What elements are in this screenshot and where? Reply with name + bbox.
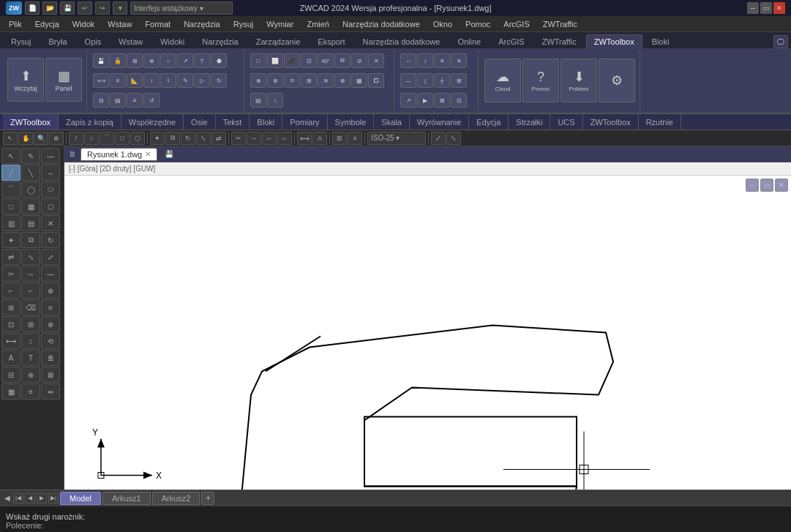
toolbar-btn-props[interactable]: ≡: [348, 132, 362, 145]
menu-wymiar[interactable]: Wymiar: [260, 18, 299, 30]
section-tekst[interactable]: Tekst: [216, 114, 250, 130]
quick-access-open[interactable]: 📂: [42, 1, 57, 15]
toolbar-btn-circle[interactable]: ○: [84, 132, 99, 145]
toolbar-btn-rotate[interactable]: ↻: [181, 132, 195, 145]
toolbar-btn-rect[interactable]: □: [115, 132, 130, 145]
nav-next[interactable]: ▶: [37, 493, 47, 503]
btn-g12[interactable]: ⊞: [301, 73, 317, 88]
tool-text2[interactable]: T: [21, 350, 40, 366]
tool-circle[interactable]: ◯: [21, 181, 40, 198]
tool-props[interactable]: ≡: [21, 383, 40, 400]
canvas-tab-active[interactable]: Rysunek 1.dwg ✕: [80, 148, 157, 161]
btn-h9[interactable]: ↗: [400, 93, 416, 108]
tool-line[interactable]: ╱: [1, 165, 20, 181]
canvas-tab-save[interactable]: 💾: [165, 150, 173, 158]
tool-trim[interactable]: ✂: [1, 266, 20, 282]
tool-polygon[interactable]: ⬡: [41, 198, 60, 214]
section-ucs[interactable]: UCS: [550, 114, 582, 130]
toolbar-btn-move[interactable]: ✦: [150, 132, 165, 145]
tab-add[interactable]: +: [201, 492, 214, 505]
menu-narzedzia[interactable]: Narzędzia: [178, 18, 226, 30]
quick-access-redo[interactable]: ↪: [95, 1, 110, 15]
btn-settings[interactable]: ⚙: [599, 59, 635, 102]
tool-rect[interactable]: □: [1, 198, 20, 214]
tool-attr[interactable]: ≣: [41, 350, 60, 366]
tool-dim[interactable]: ⟷: [1, 333, 20, 349]
quick-access-undo[interactable]: ↩: [78, 1, 92, 15]
btn-wczytaj[interactable]: ⬆ Wczytaj: [7, 58, 44, 102]
tool-join[interactable]: ⊕: [41, 282, 60, 299]
btn-t15[interactable]: ▷: [194, 73, 210, 88]
tool-block[interactable]: ⊟: [1, 367, 20, 383]
tool-hatch[interactable]: ▥: [1, 215, 20, 231]
tab-opis[interactable]: Opis: [77, 34, 110, 48]
section-pomiary[interactable]: Pomiary: [282, 114, 327, 130]
btn-t5[interactable]: ○: [160, 53, 176, 68]
section-zwtoolbox[interactable]: ZWToolbox: [3, 114, 59, 130]
btn-t16[interactable]: ↻: [211, 73, 227, 88]
toolbar-btn-dim[interactable]: ⟷: [297, 132, 312, 145]
toolbar-btn-layer[interactable]: ⊞: [332, 132, 347, 145]
btn-t14[interactable]: ✎: [177, 73, 193, 88]
btn-h11[interactable]: ⊠: [434, 93, 450, 108]
btn-h12[interactable]: ⊡: [451, 93, 467, 108]
section-symbole[interactable]: Symbole: [328, 114, 375, 130]
tool-insert[interactable]: ⊕: [21, 367, 40, 383]
tool-array3[interactable]: ⊗: [41, 316, 60, 332]
tab-online[interactable]: Online: [449, 34, 489, 48]
viewport-scale-dropdown[interactable]: ISO-25 ▾: [367, 132, 426, 145]
section-zwtoolbox2[interactable]: ZWToolbox: [583, 114, 639, 130]
btn-g6[interactable]: ⧉: [334, 53, 350, 68]
section-zapis[interactable]: Zapis z kopią: [59, 114, 121, 130]
btn-g4[interactable]: ⊡: [301, 53, 317, 68]
tool-erase[interactable]: ⌫: [21, 299, 40, 315]
btn-g1[interactable]: □: [250, 53, 266, 68]
section-strzalki[interactable]: Strzałki: [509, 114, 550, 130]
tool-ellipse[interactable]: ⬭: [41, 181, 60, 198]
window-minimize[interactable]: ─: [747, 2, 759, 14]
section-edycja[interactable]: Edycja: [469, 114, 509, 130]
tool-xref[interactable]: ⊠: [41, 367, 60, 383]
btn-h6[interactable]: |: [417, 73, 433, 88]
tool-array[interactable]: ⊡: [1, 316, 20, 332]
btn-t2[interactable]: 🔓: [110, 53, 126, 68]
nav-prev[interactable]: ◀: [25, 493, 35, 503]
tab-model[interactable]: Model: [60, 492, 101, 505]
btn-t13[interactable]: ⌇: [160, 73, 176, 88]
menu-widok[interactable]: Widok: [67, 18, 101, 30]
tool-text[interactable]: A: [1, 350, 20, 366]
tool-extend[interactable]: ↔: [21, 266, 40, 282]
btn-h4[interactable]: ✕: [451, 53, 467, 68]
btn-t18[interactable]: ▤: [110, 93, 126, 108]
btn-t7[interactable]: T: [194, 53, 210, 68]
btn-t11[interactable]: 📐: [127, 73, 143, 88]
toolbar-btn-zoom[interactable]: 🔍: [34, 132, 48, 145]
btn-g10[interactable]: ⊗: [267, 73, 283, 88]
tool-dim3[interactable]: ⟲: [41, 333, 60, 349]
close-icon[interactable]: ✕: [145, 150, 151, 158]
btn-t20[interactable]: ↺: [143, 93, 160, 108]
btn-t9[interactable]: ⟺: [93, 73, 109, 88]
btn-t1[interactable]: 💾: [93, 53, 109, 68]
tab-narzedzia-dodatkowe[interactable]: Narzędzia dodatkowe: [355, 34, 449, 48]
btn-g13[interactable]: ≋: [318, 73, 334, 88]
toolbar-btn-pan[interactable]: ✋: [18, 132, 33, 145]
tab-eksport[interactable]: Eksport: [310, 34, 353, 48]
tool-fillet[interactable]: ⌐: [1, 282, 20, 299]
tool-layers[interactable]: ▦: [1, 383, 20, 400]
tool-arc[interactable]: ⌒: [1, 181, 20, 198]
toolbar-btn-trim[interactable]: ✂: [231, 132, 246, 145]
tool-dash[interactable]: –: [41, 165, 60, 181]
scroll-left[interactable]: ◀: [3, 494, 12, 502]
tool-chamfer[interactable]: ⌐: [21, 282, 40, 299]
tab-arcgis[interactable]: ArcGIS: [490, 34, 532, 48]
section-skala[interactable]: Skala: [374, 114, 410, 130]
toolbar-btn-poly[interactable]: ⬡: [130, 132, 145, 145]
toolbar-btn-fillet[interactable]: ⌐: [262, 132, 277, 145]
tool-explode[interactable]: ⊞: [1, 299, 20, 315]
btn-download[interactable]: ⬇ Pobierz: [561, 59, 597, 102]
tool-poly[interactable]: ▦: [21, 198, 40, 214]
btn-t4[interactable]: ⊕: [143, 53, 160, 68]
btn-panel[interactable]: ▦ Panel: [45, 58, 82, 102]
quick-access-save[interactable]: 💾: [60, 1, 75, 15]
